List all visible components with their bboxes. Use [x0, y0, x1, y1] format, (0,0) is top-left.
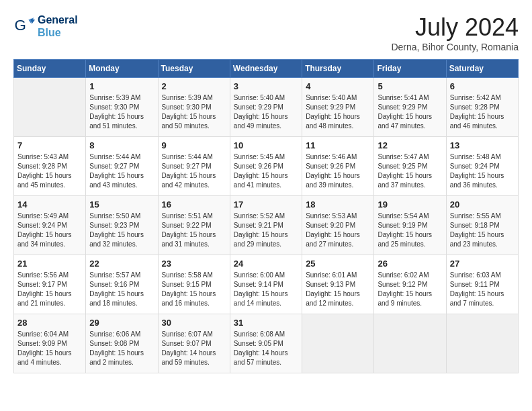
- calendar-cell: 12Sunrise: 5:47 AM Sunset: 9:25 PM Dayli…: [374, 137, 446, 196]
- day-info: Sunrise: 5:45 AM Sunset: 9:26 PM Dayligh…: [234, 152, 298, 190]
- day-number: 29: [89, 318, 154, 328]
- day-info: Sunrise: 5:55 AM Sunset: 9:18 PM Dayligh…: [450, 212, 515, 249]
- day-info: Sunrise: 5:52 AM Sunset: 9:21 PM Dayligh…: [234, 212, 298, 249]
- day-number: 1: [89, 81, 154, 91]
- day-info: Sunrise: 6:00 AM Sunset: 9:14 PM Dayligh…: [234, 271, 298, 308]
- day-info: Sunrise: 6:06 AM Sunset: 9:08 PM Dayligh…: [89, 330, 154, 367]
- weekday-header: Wednesday: [230, 60, 302, 78]
- day-info: Sunrise: 5:44 AM Sunset: 9:27 PM Dayligh…: [162, 152, 226, 190]
- day-number: 13: [450, 140, 515, 150]
- day-info: Sunrise: 5:58 AM Sunset: 9:15 PM Dayligh…: [162, 271, 226, 308]
- weekday-header: Thursday: [302, 60, 374, 78]
- calendar-cell: 10Sunrise: 5:45 AM Sunset: 9:26 PM Dayli…: [230, 137, 302, 196]
- calendar-week-row: 28Sunrise: 6:04 AM Sunset: 9:09 PM Dayli…: [14, 314, 519, 373]
- day-info: Sunrise: 5:39 AM Sunset: 9:30 PM Dayligh…: [162, 93, 226, 131]
- day-info: Sunrise: 5:46 AM Sunset: 9:26 PM Dayligh…: [306, 152, 370, 190]
- day-number: 20: [450, 199, 515, 210]
- calendar-cell: 5Sunrise: 5:41 AM Sunset: 9:29 PM Daylig…: [374, 78, 446, 137]
- day-number: 25: [306, 259, 370, 269]
- calendar-cell: 23Sunrise: 5:58 AM Sunset: 9:15 PM Dayli…: [158, 255, 230, 314]
- calendar-cell: 16Sunrise: 5:51 AM Sunset: 9:22 PM Dayli…: [158, 196, 230, 255]
- calendar-cell: 21Sunrise: 5:56 AM Sunset: 9:17 PM Dayli…: [14, 255, 86, 314]
- calendar-cell: [374, 314, 446, 373]
- day-number: 30: [162, 318, 226, 328]
- day-info: Sunrise: 5:54 AM Sunset: 9:19 PM Dayligh…: [378, 212, 442, 249]
- day-number: 18: [306, 199, 370, 210]
- calendar-cell: 6Sunrise: 5:42 AM Sunset: 9:28 PM Daylig…: [446, 78, 518, 137]
- calendar-cell: 27Sunrise: 6:03 AM Sunset: 9:11 PM Dayli…: [446, 255, 518, 314]
- day-info: Sunrise: 5:42 AM Sunset: 9:28 PM Dayligh…: [450, 93, 515, 131]
- weekday-header: Saturday: [446, 60, 518, 78]
- page-header: G General Blue July 2024 Derna, Bihor Co…: [13, 13, 519, 52]
- day-info: Sunrise: 6:03 AM Sunset: 9:11 PM Dayligh…: [450, 271, 515, 308]
- calendar-cell: 3Sunrise: 5:40 AM Sunset: 9:29 PM Daylig…: [230, 78, 302, 137]
- day-info: Sunrise: 5:40 AM Sunset: 9:29 PM Dayligh…: [234, 93, 298, 131]
- calendar-cell: 17Sunrise: 5:52 AM Sunset: 9:21 PM Dayli…: [230, 196, 302, 255]
- calendar-week-row: 7Sunrise: 5:43 AM Sunset: 9:28 PM Daylig…: [14, 137, 519, 196]
- day-number: 21: [17, 259, 82, 269]
- day-number: 23: [162, 259, 226, 269]
- day-number: 10: [234, 140, 298, 150]
- day-info: Sunrise: 6:08 AM Sunset: 9:05 PM Dayligh…: [234, 330, 298, 367]
- day-info: Sunrise: 5:41 AM Sunset: 9:29 PM Dayligh…: [378, 93, 442, 131]
- day-number: 19: [378, 199, 442, 210]
- svg-marker-2: [31, 19, 35, 24]
- day-info: Sunrise: 5:43 AM Sunset: 9:28 PM Dayligh…: [17, 152, 82, 190]
- day-info: Sunrise: 6:01 AM Sunset: 9:13 PM Dayligh…: [306, 271, 370, 308]
- title-block: July 2024 Derna, Bihor County, Romania: [391, 13, 519, 52]
- calendar-cell: 20Sunrise: 5:55 AM Sunset: 9:18 PM Dayli…: [446, 196, 518, 255]
- calendar-cell: 14Sunrise: 5:49 AM Sunset: 9:24 PM Dayli…: [14, 196, 86, 255]
- day-info: Sunrise: 5:40 AM Sunset: 9:29 PM Dayligh…: [306, 93, 370, 131]
- calendar-week-row: 1Sunrise: 5:39 AM Sunset: 9:30 PM Daylig…: [14, 78, 519, 137]
- day-info: Sunrise: 5:50 AM Sunset: 9:23 PM Dayligh…: [89, 212, 154, 249]
- day-number: 31: [234, 318, 298, 328]
- day-number: 8: [89, 140, 154, 150]
- calendar-cell: [446, 314, 518, 373]
- day-info: Sunrise: 6:04 AM Sunset: 9:09 PM Dayligh…: [17, 330, 82, 367]
- calendar-cell: [302, 314, 374, 373]
- month-year-title: July 2024: [391, 13, 519, 42]
- calendar-cell: 11Sunrise: 5:46 AM Sunset: 9:26 PM Dayli…: [302, 137, 374, 196]
- calendar-cell: 18Sunrise: 5:53 AM Sunset: 9:20 PM Dayli…: [302, 196, 374, 255]
- calendar-cell: 29Sunrise: 6:06 AM Sunset: 9:08 PM Dayli…: [86, 314, 158, 373]
- day-number: 4: [306, 81, 370, 91]
- day-number: 6: [450, 81, 515, 91]
- calendar-cell: 8Sunrise: 5:44 AM Sunset: 9:27 PM Daylig…: [86, 137, 158, 196]
- day-number: 16: [162, 199, 226, 210]
- calendar-cell: 28Sunrise: 6:04 AM Sunset: 9:09 PM Dayli…: [14, 314, 86, 373]
- day-info: Sunrise: 5:49 AM Sunset: 9:24 PM Dayligh…: [17, 212, 82, 249]
- weekday-header: Tuesday: [158, 60, 230, 78]
- day-number: 11: [306, 140, 370, 150]
- day-number: 26: [378, 259, 442, 269]
- logo: G General Blue: [13, 13, 78, 39]
- day-number: 2: [162, 81, 226, 91]
- day-number: 7: [17, 140, 82, 150]
- day-number: 14: [17, 199, 82, 210]
- day-number: 3: [234, 81, 298, 91]
- calendar-cell: 9Sunrise: 5:44 AM Sunset: 9:27 PM Daylig…: [158, 137, 230, 196]
- calendar-cell: 4Sunrise: 5:40 AM Sunset: 9:29 PM Daylig…: [302, 78, 374, 137]
- calendar-cell: 13Sunrise: 5:48 AM Sunset: 9:24 PM Dayli…: [446, 137, 518, 196]
- weekday-header: Friday: [374, 60, 446, 78]
- day-number: 17: [234, 199, 298, 210]
- day-info: Sunrise: 5:44 AM Sunset: 9:27 PM Dayligh…: [89, 152, 154, 190]
- day-number: 22: [89, 259, 154, 269]
- calendar-cell: 7Sunrise: 5:43 AM Sunset: 9:28 PM Daylig…: [14, 137, 86, 196]
- calendar-cell: 2Sunrise: 5:39 AM Sunset: 9:30 PM Daylig…: [158, 78, 230, 137]
- day-number: 5: [378, 81, 442, 91]
- day-number: 12: [378, 140, 442, 150]
- calendar-cell: 19Sunrise: 5:54 AM Sunset: 9:19 PM Dayli…: [374, 196, 446, 255]
- calendar-cell: 26Sunrise: 6:02 AM Sunset: 9:12 PM Dayli…: [374, 255, 446, 314]
- calendar-cell: 25Sunrise: 6:01 AM Sunset: 9:13 PM Dayli…: [302, 255, 374, 314]
- logo-text: General Blue: [38, 13, 78, 39]
- day-number: 9: [162, 140, 226, 150]
- day-number: 28: [17, 318, 82, 328]
- day-info: Sunrise: 5:48 AM Sunset: 9:24 PM Dayligh…: [450, 152, 515, 190]
- day-info: Sunrise: 6:07 AM Sunset: 9:07 PM Dayligh…: [162, 330, 226, 367]
- calendar-table: SundayMondayTuesdayWednesdayThursdayFrid…: [13, 59, 519, 373]
- day-info: Sunrise: 5:51 AM Sunset: 9:22 PM Dayligh…: [162, 212, 226, 249]
- day-number: 15: [89, 199, 154, 210]
- weekday-header: Sunday: [14, 60, 86, 78]
- calendar-cell: 31Sunrise: 6:08 AM Sunset: 9:05 PM Dayli…: [230, 314, 302, 373]
- weekday-header: Monday: [86, 60, 158, 78]
